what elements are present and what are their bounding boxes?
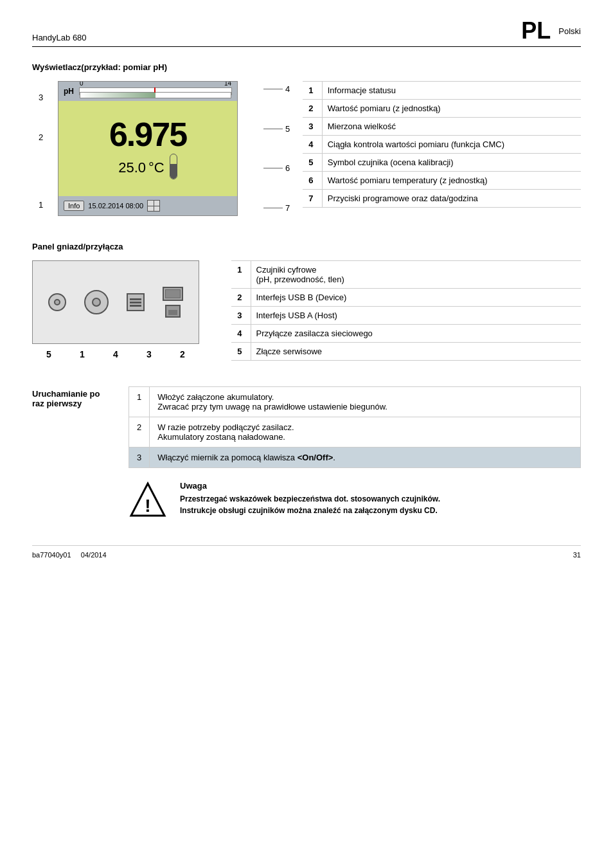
panel-title: Panel gniazd/przyłącza [32,242,581,251]
item-desc: Wartość pomiaru temperatury (z jednostką… [322,172,581,190]
item-num: 3 [231,307,251,325]
header-right: PL Polski [521,19,581,42]
warning-body: Przestrzegać wskazówek bezpieczeństwa do… [180,493,440,516]
firstrun-layout: Uruchamianie po raz pierwszy 1Włożyć zał… [32,386,581,468]
grid-icon [147,200,160,212]
panel-item-row: 3Interfejs USB A (Host) [231,307,581,325]
item-desc: Czujniki cyfrowe(pH, przewodność, tlen) [251,261,581,289]
side-num-4: 4 [263,84,290,94]
item-num: 5 [303,154,322,172]
display-item-row: 5Symbol czujnika (ocena kalibracji) [303,154,581,172]
display-item-row: 4Ciągła kontrola wartości pomiaru (funkc… [303,136,581,154]
panel-item-row: 4Przyłącze zasilacza sieciowego [231,325,581,343]
panel-labels: 5 1 4 3 2 [32,349,199,359]
doc-number: ba77040y01 [32,551,71,559]
step-num: 3 [129,448,150,468]
panel-label-2: 2 [180,349,185,359]
step-text: Włożyć załączone akumulatory.Zwracać prz… [150,387,581,417]
item-num: 6 [303,172,322,190]
side-num-7: 7 [263,203,290,213]
page-number: 31 [573,551,581,559]
svg-text:!: ! [145,496,150,516]
item-desc: Złącze serwisowe [251,343,581,361]
item-desc: Przyłącze zasilacza sieciowego [251,325,581,343]
firstrun-title: Uruchamianie po raz pierwszy [32,386,116,408]
outer-num-2: 2 [39,132,43,142]
panel-section: Panel gniazd/przyłącza [32,242,581,361]
display-items-table: 1Informacje statusu2Wartość pomiaru (z j… [303,81,581,208]
panel-label-4: 4 [113,349,118,359]
panel-item-row: 1Czujniki cyfrowe(pH, przewodność, tlen) [231,261,581,289]
temp-unit: °C [148,159,164,176]
panel-item-row: 5Złącze serwisowe [231,343,581,361]
firstrun-section: Uruchamianie po raz pierwszy 1Włożyć zał… [32,386,581,520]
firstrun-title-line2: raz pierwszy [32,399,82,408]
connector-4 [127,293,145,311]
item-num: 5 [231,343,251,361]
display-item-row: 1Informacje statusu [303,82,581,100]
display-screen-wrapper: 3 2 1 pH 0 14 [58,81,251,216]
footer-date: 04/2014 [81,551,107,559]
main-number: 6.975 [109,118,186,151]
warning-line2: Instrukcje obsługi czujników można znale… [180,506,438,515]
item-desc: Symbol czujnika (ocena kalibracji) [322,154,581,172]
step-row: 1Włożyć załączone akumulatory.Zwracać pr… [129,387,581,417]
display-item-row: 7Przyciski programowe oraz data/godzina [303,190,581,208]
item-desc: Interfejs USB B (Device) [251,289,581,307]
footer-left: ba77040y01 04/2014 [32,551,107,559]
warning-section: ! Uwaga Przestrzegać wskazówek bezpiecze… [129,481,581,520]
display-section: Wyświetlacz(przykład: pomiar pH) 3 2 1 p… [32,62,581,216]
lang-label: Polski [558,26,581,36]
step-text: W razie potrzeby podłączyć zasilacz.Akum… [150,417,581,448]
warning-icon: ! [129,481,167,520]
temp-display: 25.0 °C [118,159,164,176]
page-header: HandyLab 680 PL Polski [32,19,581,47]
warning-text: Uwaga Przestrzegać wskazówek bezpieczeńs… [180,481,440,516]
display-main-value: 6.975 25.0 °C [58,101,237,196]
panel-item-row: 2Interfejs USB B (Device) [231,289,581,307]
scale-min: 0 [80,81,84,87]
item-desc: Przyciski programowe oraz data/godzina [322,190,581,208]
display-item-row: 3Mierzona wielkość [303,118,581,136]
side-num-6: 6 [263,163,290,173]
step-num: 1 [129,387,150,417]
datetime: 15.02.2014 08:00 [88,202,143,210]
item-num: 3 [303,118,322,136]
item-num: 2 [231,289,251,307]
item-desc: Interfejs USB A (Host) [251,307,581,325]
lang-badge: PL [521,19,551,42]
item-desc: Mierzona wielkość [322,118,581,136]
firstrun-title-line1: Uruchamianie po [32,389,100,399]
step-row: 2W razie potrzeby podłączyć zasilacz.Aku… [129,417,581,448]
panel-label-3: 3 [147,349,152,359]
scale-bar: 0 14 [79,87,232,95]
step-row: 3Włączyć miernik za pomocą klawisza <On/… [129,448,581,468]
panel-label-1: 1 [80,349,85,359]
connector-5 [48,293,66,311]
outer-num-3: 3 [39,93,43,102]
item-num: 1 [231,261,251,289]
page-footer: ba77040y01 04/2014 31 [32,545,581,559]
device-name: HandyLab 680 [32,33,87,42]
item-desc: Wartość pomiaru (z jednostką) [322,100,581,118]
temp-value-num: 25.0 [118,159,146,176]
info-button[interactable]: Info [64,201,84,211]
step-num: 2 [129,417,150,448]
usb-a-port [163,287,183,318]
outer-num-1: 1 [39,200,43,210]
display-item-row: 6Wartość pomiaru temperatury (z jednostk… [303,172,581,190]
panel-image-wrapper: 5 1 4 3 2 [32,260,212,359]
panel-image [32,260,199,344]
display-title: Wyświetlacz(przykład: pomiar pH) [32,62,581,72]
item-desc: Ciągła kontrola wartości pomiaru (funkcj… [322,136,581,154]
panel-label-5: 5 [46,349,51,359]
display-item-row: 2Wartość pomiaru (z jednostką) [303,100,581,118]
panel-layout: 5 1 4 3 2 1Czujniki cyfrowe(pH, przewodn… [32,260,581,361]
item-num: 1 [303,82,322,100]
steps-table: 1Włożyć załączone akumulatory.Zwracać pr… [129,386,581,468]
display-bottom-bar: Info 15.02.2014 08:00 [58,196,237,215]
scale-labels: 0 14 [80,81,231,87]
panel-items-table: 1Czujniki cyfrowe(pH, przewodność, tlen)… [231,260,581,361]
display-layout: 3 2 1 pH 0 14 [32,81,581,216]
item-num: 4 [303,136,322,154]
